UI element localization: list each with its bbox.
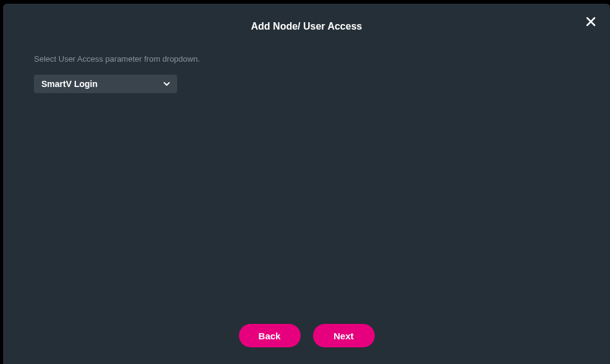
modal-footer: Back Next <box>3 324 610 347</box>
modal-body: Select User Access parameter from dropdo… <box>3 44 610 93</box>
add-node-modal: Add Node/ User Access Select User Access… <box>3 4 610 364</box>
user-access-dropdown[interactable]: SmartV Login <box>34 75 177 93</box>
next-button[interactable]: Next <box>313 324 375 347</box>
close-icon <box>585 16 596 27</box>
modal-title: Add Node/ User Access <box>15 21 598 32</box>
instruction-text: Select User Access parameter from dropdo… <box>34 54 579 64</box>
back-button[interactable]: Back <box>239 324 301 347</box>
close-button[interactable] <box>583 14 599 30</box>
modal-header: Add Node/ User Access <box>3 4 610 44</box>
chevron-down-icon <box>164 82 170 86</box>
dropdown-selected-label: SmartV Login <box>41 79 98 89</box>
